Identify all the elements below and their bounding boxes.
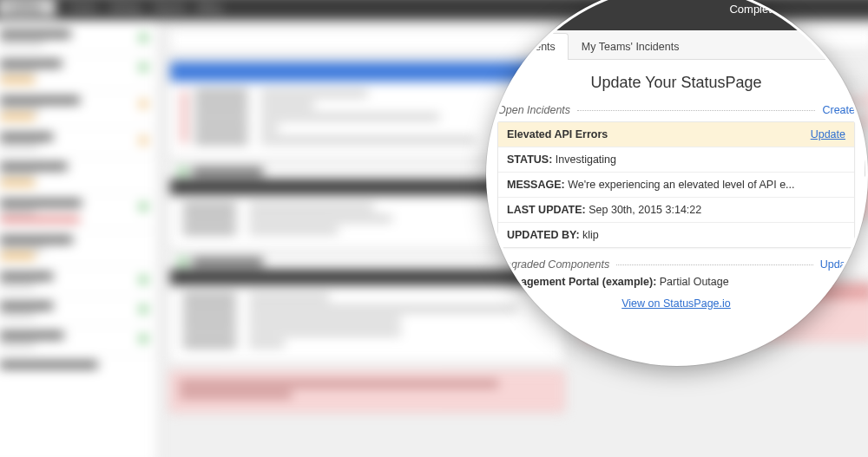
incident-card: Update Elevated API Errors STATUS: Inves… [497,121,855,248]
message-value: We're experiencing an elevated level of … [568,179,794,191]
nav-item: Reports [154,2,185,11]
nav-item: Billing [198,2,221,11]
sidebar [0,20,157,457]
open-incidents-header: Open Incidents [497,104,570,116]
ghost-button[interactable]: ck [865,159,868,178]
incident-title: Elevated API Errors [507,128,608,140]
updatedby-label: UPDATED BY: [507,229,580,241]
brand-pill: Loading... [0,0,56,15]
degraded-components-header: Degraded Components [497,258,609,271]
lastupdate-label: LAST UPDATE: [507,204,586,216]
nav-item: Tickets [69,2,96,11]
search-input[interactable] [169,29,564,52]
view-on-statuspage-link[interactable]: View on StatusPage.io [621,297,731,310]
magnifier-lens: Complete your profile ⊞ ents My Incident… [486,0,868,366]
lastupdate-value: Sep 30th, 2015 3:14:22 [589,204,701,216]
status-label: STATUS: [507,153,552,166]
updatedby-value: klip [582,229,599,241]
degraded-item-status: Partial Outage [660,276,729,288]
incident-update-link[interactable]: Update [811,128,845,140]
create-incident-link[interactable]: Create [822,104,855,116]
panel-title: Update Your StatusPage [497,67,855,101]
message-label: MESSAGE: [507,179,565,191]
status-value: Investigating [556,153,616,166]
tab-my-teams-incidents[interactable]: My Teams' Incidents [569,33,693,60]
nav-item: Settings [109,2,141,11]
degraded-item-name: Management Portal (example): [499,276,656,288]
